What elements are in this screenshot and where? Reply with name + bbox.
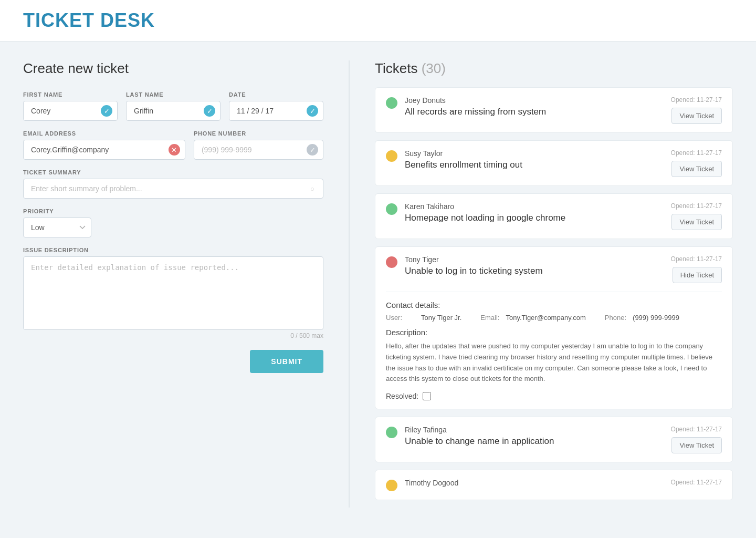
submit-button[interactable]: SUBMIT: [250, 350, 323, 373]
phone-detail-value: (999) 999-9999: [633, 314, 679, 322]
ticket-info-5: Riley Tafinga Unable to change name in a…: [405, 426, 664, 447]
phone-neutral-icon: ✓: [307, 144, 318, 156]
last-name-label: LAST NAME: [126, 91, 220, 98]
email-value: Tony.Tiger@company.com: [506, 314, 585, 322]
status-dot-2: [386, 150, 397, 162]
view-ticket-btn-3[interactable]: View Ticket: [671, 214, 722, 230]
ticket-meta-2: Opened: 11-27-17 View Ticket: [671, 149, 722, 177]
phone-label: PHONE NUMBER: [194, 130, 323, 137]
ticket-meta-3: Opened: 11-27-17 View Ticket: [671, 202, 722, 230]
description-label: Description:: [386, 328, 722, 337]
email-input[interactable]: [23, 140, 185, 160]
ticket-header-3: Karen Takiharo Homepage not loading in g…: [386, 202, 722, 230]
date-check-icon: ✓: [307, 105, 318, 117]
ticket-meta-5: Opened: 11-27-17 View Ticket: [671, 426, 722, 453]
ticket-meta-6: Opened: 11-27-17: [671, 479, 722, 486]
create-ticket-title: Create new ticket: [23, 60, 323, 77]
ticket-details-4: Contact details: User: Tony Tiger Jr. Em…: [386, 292, 722, 400]
ticket-card-6: Timothy Dogood Opened: 11-27-17: [375, 470, 733, 500]
ticket-summary-2: Benefits enrollment timing out: [405, 160, 664, 170]
last-name-group: LAST NAME ✓: [126, 91, 220, 121]
ticket-meta-4: Opened: 11-27-17 Hide Ticket: [671, 255, 722, 283]
first-name-label: FIRST NAME: [23, 91, 118, 98]
ticket-header-2: Susy Taylor Benefits enrollment timing o…: [386, 149, 722, 177]
view-ticket-btn-5[interactable]: View Ticket: [671, 437, 722, 453]
ticket-date-3: Opened: 11-27-17: [671, 202, 722, 210]
phone-input[interactable]: [194, 140, 323, 160]
priority-label: PRIORITY: [23, 208, 323, 214]
description-section: Description: Hello, after the updates th…: [386, 328, 722, 385]
status-dot-5: [386, 427, 397, 438]
issue-description-group: ISSUE DESCRIPTION 0 / 500 max: [23, 247, 323, 339]
char-count: 0 / 500 max: [23, 332, 323, 339]
ticket-summary-4: Unable to log in to ticketing system: [405, 266, 664, 276]
summary-icon: ○: [307, 183, 318, 194]
resolved-row: Resolved:: [386, 392, 722, 400]
ticket-date-5: Opened: 11-27-17: [671, 426, 722, 433]
ticket-summary-5: Unable to change name in application: [405, 436, 664, 447]
status-dot-1: [386, 97, 397, 109]
first-name-group: FIRST NAME ✓: [23, 91, 118, 121]
first-name-check-icon: ✓: [101, 105, 112, 117]
first-name-wrapper: ✓: [23, 101, 118, 121]
ticket-date-4: Opened: 11-27-17: [671, 255, 722, 263]
ticket-summary-wrapper: ○: [23, 179, 323, 199]
ticket-name-5: Riley Tafinga: [405, 426, 664, 434]
hide-ticket-btn-4[interactable]: Hide Ticket: [673, 267, 722, 283]
ticket-header-1: Joey Donuts All records are missing from…: [386, 96, 722, 124]
ticket-summary-label: TICKET SUMMARY: [23, 169, 323, 175]
user-label: User:: [386, 314, 415, 322]
ticket-info-4: Tony Tiger Unable to log in to ticketing…: [405, 255, 664, 276]
priority-select[interactable]: Low Medium High: [23, 218, 91, 237]
ticket-name-6: Timothy Dogood: [405, 479, 664, 487]
ticket-summary-input[interactable]: [23, 179, 323, 199]
form-row-names: FIRST NAME ✓ LAST NAME ✓ DATE ✓: [23, 91, 323, 121]
ticket-summary-1: All records are missing from system: [405, 107, 664, 117]
resolved-label: Resolved:: [386, 392, 418, 400]
app-header: TICKET DESK: [0, 0, 756, 42]
ticket-header-4: Tony Tiger Unable to log in to ticketing…: [386, 255, 722, 283]
ticket-date-1: Opened: 11-27-17: [671, 96, 722, 104]
email-group: EMAIL ADDRESS ✕: [23, 130, 185, 160]
ticket-info-1: Joey Donuts All records are missing from…: [405, 96, 664, 117]
ticket-date-6: Opened: 11-27-17: [671, 479, 722, 486]
ticket-card-1: Joey Donuts All records are missing from…: [375, 87, 733, 133]
user-detail-row: User: Tony Tiger Jr. Email: Tony.Tiger@c…: [386, 314, 722, 322]
phone-wrapper: ✓: [194, 140, 323, 160]
email-label: EMAIL ADDRESS: [23, 130, 185, 137]
date-label: DATE: [229, 91, 323, 98]
email-label: Email:: [480, 314, 499, 322]
last-name-wrapper: ✓: [126, 101, 220, 121]
main-layout: Create new ticket FIRST NAME ✓ LAST NAME…: [0, 42, 756, 526]
phone-detail-label: Phone:: [605, 314, 626, 322]
ticket-card-4: Tony Tiger Unable to log in to ticketing…: [375, 246, 733, 409]
resolved-checkbox[interactable]: [423, 392, 431, 400]
email-wrapper: ✕: [23, 140, 185, 160]
ticket-info-6: Timothy Dogood: [405, 479, 664, 489]
tickets-title: Tickets (30): [375, 60, 733, 77]
ticket-summary-group: TICKET SUMMARY ○: [23, 169, 323, 199]
view-ticket-btn-1[interactable]: View Ticket: [671, 108, 722, 124]
issue-description-textarea[interactable]: [23, 256, 323, 330]
ticket-card-5: Riley Tafinga Unable to change name in a…: [375, 417, 733, 462]
ticket-card-3: Karen Takiharo Homepage not loading in g…: [375, 193, 733, 239]
ticket-meta-1: Opened: 11-27-17 View Ticket: [671, 96, 722, 124]
ticket-summary-3: Homepage not loading in google chrome: [405, 213, 664, 223]
ticket-name-4: Tony Tiger: [405, 255, 664, 264]
ticket-header-5: Riley Tafinga Unable to change name in a…: [386, 426, 722, 453]
date-group: DATE ✓: [229, 91, 323, 121]
ticket-info-2: Susy Taylor Benefits enrollment timing o…: [405, 149, 664, 170]
status-dot-3: [386, 203, 397, 215]
contact-details-label: Contact details:: [386, 301, 722, 309]
description-text: Hello, after the updates that were pushe…: [386, 341, 722, 385]
ticket-name-1: Joey Donuts: [405, 96, 664, 105]
ticket-date-2: Opened: 11-27-17: [671, 149, 722, 157]
ticket-name-2: Susy Taylor: [405, 149, 664, 158]
issue-description-label: ISSUE DESCRIPTION: [23, 247, 323, 253]
user-value: Tony Tiger Jr.: [421, 314, 461, 322]
ticket-info-3: Karen Takiharo Homepage not loading in g…: [405, 202, 664, 223]
form-row-contact: EMAIL ADDRESS ✕ PHONE NUMBER ✓: [23, 130, 323, 160]
view-ticket-btn-2[interactable]: View Ticket: [671, 161, 722, 177]
email-error-icon: ✕: [169, 144, 180, 156]
tickets-title-text: Tickets: [375, 60, 417, 76]
